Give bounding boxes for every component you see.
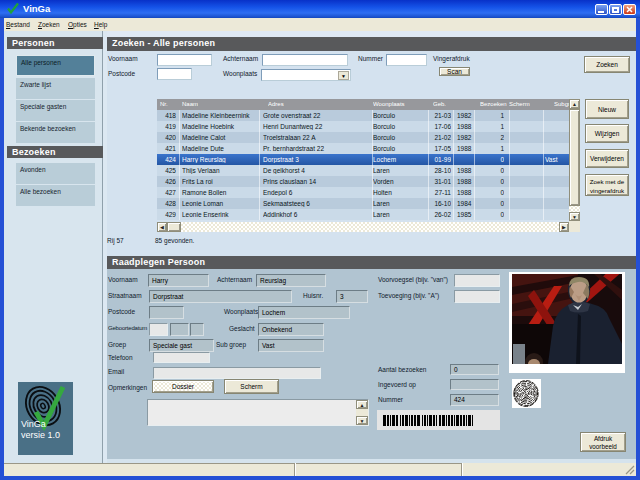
svg-text:VinGa: VinGa <box>21 419 46 429</box>
svg-text:versie 1.0: versie 1.0 <box>21 430 60 440</box>
